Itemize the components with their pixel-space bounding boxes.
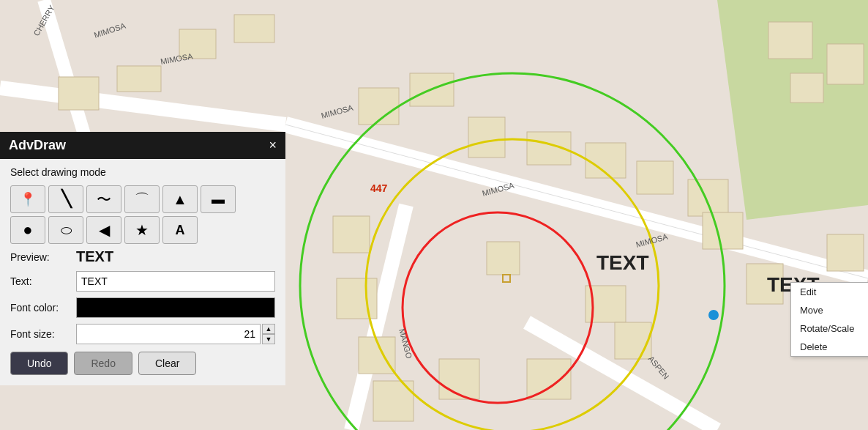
font-size-row: Font size: ▲ ▼ <box>10 324 275 344</box>
svg-rect-22 <box>333 216 370 253</box>
svg-text:MIMOSA: MIMOSA <box>93 21 127 39</box>
svg-point-35 <box>300 73 725 430</box>
panel-close-button[interactable]: × <box>269 138 277 153</box>
svg-rect-17 <box>468 117 505 157</box>
svg-rect-15 <box>359 88 399 125</box>
panel-header: AdvDraw × <box>0 132 285 159</box>
svg-rect-25 <box>373 381 414 421</box>
font-size-input[interactable] <box>76 324 261 344</box>
svg-rect-30 <box>615 322 651 359</box>
svg-rect-38 <box>503 275 510 282</box>
text-row: Text: <box>10 271 275 292</box>
font-size-input-row: ▲ ▼ <box>76 324 275 344</box>
tool-triangle[interactable]: ▲ <box>162 185 198 213</box>
font-size-up[interactable]: ▲ <box>262 324 275 334</box>
svg-text:MIMOSA: MIMOSA <box>635 232 669 249</box>
svg-rect-9 <box>117 66 161 92</box>
svg-text:MIMOSA: MIMOSA <box>320 103 354 120</box>
redo-button[interactable]: Redo <box>74 352 132 375</box>
svg-point-39 <box>708 310 719 320</box>
svg-rect-31 <box>703 212 743 249</box>
svg-text:ASPEN: ASPEN <box>646 355 670 381</box>
svg-rect-27 <box>487 242 520 275</box>
context-menu-edit[interactable]: Edit <box>791 283 868 301</box>
font-size-spinners: ▲ ▼ <box>262 324 275 344</box>
font-color-row: Font color: <box>10 297 275 318</box>
context-menu-move[interactable]: Move <box>791 301 868 319</box>
text-input[interactable] <box>76 271 275 292</box>
context-menu: Edit Move Rotate/Scale Delete <box>790 282 868 357</box>
svg-point-37 <box>403 212 593 403</box>
svg-text:MIMOSA: MIMOSA <box>160 51 194 66</box>
svg-rect-8 <box>59 77 99 110</box>
preview-label: Preview: <box>10 251 76 263</box>
svg-text:CHERRY: CHERRY <box>31 3 56 37</box>
svg-rect-23 <box>337 278 377 319</box>
svg-text:MANGO: MANGO <box>397 327 414 360</box>
tool-pin[interactable]: 📍 <box>10 185 45 213</box>
svg-rect-19 <box>585 143 626 178</box>
preview-row: Preview: TEXT <box>10 248 275 265</box>
tool-grid: 📍 ╲ 〜 ⌒ ▲ ▬ ● ⬭ ◀ ★ A <box>10 185 275 244</box>
svg-text:TEXT: TEXT <box>596 251 649 274</box>
panel-body: Select drawing mode 📍 ╲ 〜 ⌒ ▲ ▬ ● ⬭ ◀ ★ … <box>0 159 285 385</box>
svg-text:447: 447 <box>370 182 388 194</box>
clear-button[interactable]: Clear <box>138 352 196 375</box>
svg-rect-16 <box>410 73 454 106</box>
preview-value: TEXT <box>76 248 113 265</box>
svg-line-5 <box>44 0 88 147</box>
svg-rect-18 <box>527 132 571 165</box>
tool-arc[interactable]: ⌒ <box>124 185 160 213</box>
undo-button[interactable]: Undo <box>10 352 68 375</box>
svg-line-4 <box>0 88 285 125</box>
panel-title: AdvDraw <box>9 138 66 153</box>
font-color-label: Font color: <box>10 302 76 314</box>
tool-rectangle[interactable]: ▬ <box>201 185 236 213</box>
svg-rect-10 <box>179 29 216 59</box>
font-size-label: Font size: <box>10 328 76 340</box>
tool-circle[interactable]: ● <box>10 216 45 244</box>
tool-polyline[interactable]: 〜 <box>86 185 121 213</box>
svg-line-7 <box>527 322 717 430</box>
action-row: Undo Redo Clear <box>10 352 275 375</box>
svg-rect-26 <box>439 359 479 399</box>
svg-rect-20 <box>637 161 673 194</box>
svg-text:MIMOSA: MIMOSA <box>481 181 515 198</box>
font-color-swatch[interactable] <box>76 297 275 318</box>
tool-line[interactable]: ╲ <box>48 185 83 213</box>
svg-rect-28 <box>527 359 571 399</box>
section-label: Select drawing mode <box>10 166 275 178</box>
tool-ellipse[interactable]: ⬭ <box>48 216 83 244</box>
svg-rect-11 <box>234 15 274 42</box>
text-label: Text: <box>10 275 76 287</box>
svg-rect-29 <box>585 286 626 322</box>
tool-arrow[interactable]: ◀ <box>86 216 121 244</box>
svg-rect-21 <box>688 179 728 216</box>
font-size-down[interactable]: ▼ <box>262 334 275 344</box>
context-menu-rotate-scale[interactable]: Rotate/Scale <box>791 319 868 338</box>
tool-star[interactable]: ★ <box>124 216 160 244</box>
svg-line-6 <box>351 205 406 430</box>
panel: AdvDraw × Select drawing mode 📍 ╲ 〜 ⌒ ▲ … <box>0 132 285 385</box>
svg-rect-24 <box>359 337 395 374</box>
svg-rect-32 <box>747 264 783 304</box>
svg-rect-34 <box>827 234 864 271</box>
tool-text[interactable]: A <box>162 216 198 244</box>
svg-point-36 <box>366 139 659 430</box>
context-menu-delete[interactable]: Delete <box>791 338 868 356</box>
